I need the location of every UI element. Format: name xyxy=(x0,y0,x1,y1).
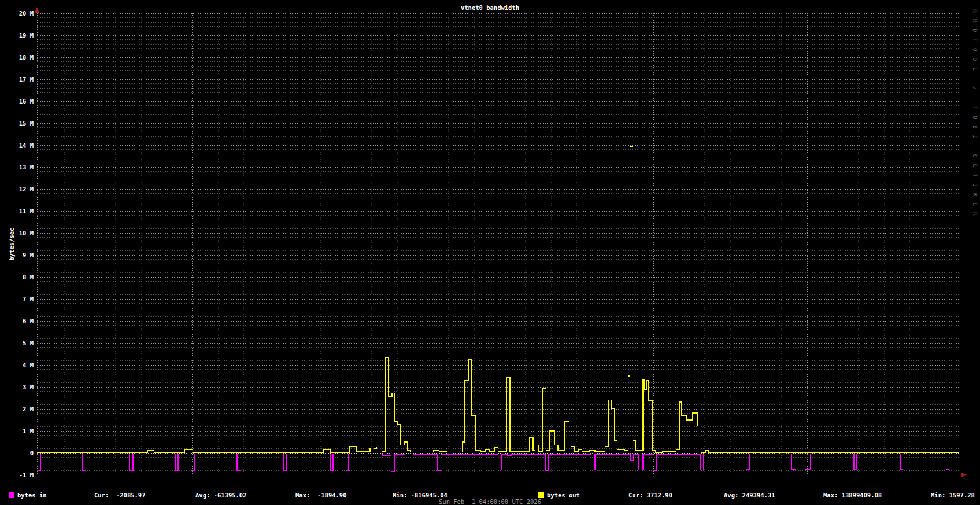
y-axis-tick-label: 2 M xyxy=(23,406,34,412)
y-axis-tick-label: 3 M xyxy=(23,384,34,390)
bandwidth-chart: 20 M19 M18 M17 M16 M15 M14 M13 M12 M11 M… xyxy=(0,0,980,505)
rrdtool-watermark: RRDTOOL / TOBI OETIKER xyxy=(972,9,978,222)
y-axis-unit-label: bytes/sec xyxy=(8,228,15,261)
y-axis-tick-label: 9 M xyxy=(23,252,34,259)
y-axis-tick-label: 16 M xyxy=(19,98,34,105)
bytes-in-swatch xyxy=(9,492,14,498)
y-axis-tick-label: 11 M xyxy=(19,208,34,215)
y-axis-tick-label: 1 M xyxy=(23,427,34,434)
y-axis-tick-label: 12 M xyxy=(19,186,34,193)
y-axis-tick-label: 13 M xyxy=(19,164,34,171)
bytes-out-swatch xyxy=(538,492,544,498)
y-axis-tick-label: 0 xyxy=(30,449,34,456)
y-axis-tick-label: 4 M xyxy=(23,362,34,368)
y-axis-tick-label: 5 M xyxy=(23,340,34,347)
timestamp: Sun Feb 1 04:00:00 UTC 2026 xyxy=(0,498,980,505)
y-axis-tick-label: 14 M xyxy=(19,142,34,149)
rrdtool-graph: 20 M19 M18 M17 M16 M15 M14 M13 M12 M11 M… xyxy=(0,0,980,505)
y-axis-tick-label: 18 M xyxy=(19,54,34,61)
y-axis-tick-label: -1 M xyxy=(19,471,34,478)
y-axis-tick-label: 15 M xyxy=(19,120,34,127)
y-axis-tick-label: 19 M xyxy=(19,32,34,39)
graph-title: vtnet0 bandwidth xyxy=(0,4,980,11)
y-axis-tick-label: 10 M xyxy=(19,230,34,237)
y-axis-tick-label: 8 M xyxy=(23,274,34,281)
y-axis-tick-label: 7 M xyxy=(23,296,34,303)
y-axis-tick-label: 17 M xyxy=(19,76,34,83)
y-axis-tick-label: 6 M xyxy=(23,318,34,325)
